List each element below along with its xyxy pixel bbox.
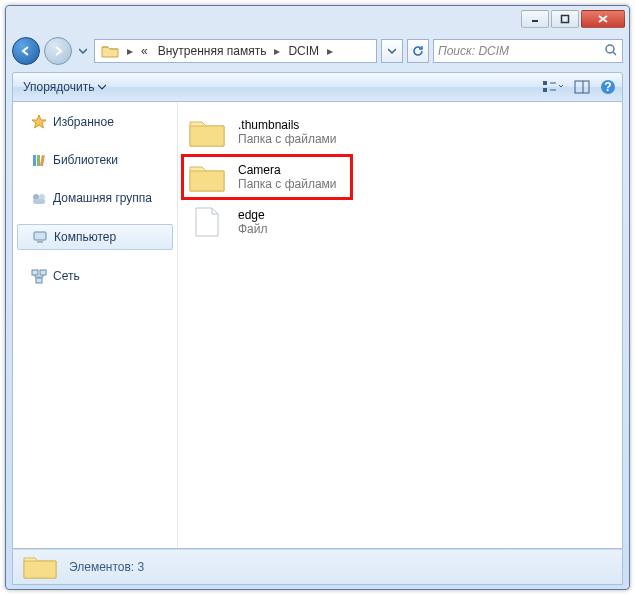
status-text: Элементов: 3 bbox=[69, 560, 144, 574]
sidebar-item-homegroup[interactable]: Домашняя группа bbox=[13, 186, 177, 210]
breadcrumb-seg-2[interactable]: DCIM bbox=[284, 40, 323, 62]
titlebar bbox=[6, 6, 629, 34]
item-name: .thumbnails bbox=[238, 118, 337, 132]
sidebar-item-computer[interactable]: Компьютер bbox=[17, 224, 173, 250]
minimize-button[interactable] bbox=[521, 10, 549, 28]
search-placeholder: Поиск: DCIM bbox=[438, 44, 509, 58]
breadcrumb-prefix: « bbox=[137, 40, 152, 62]
chevron-right-icon: ▸ bbox=[125, 44, 135, 58]
svg-rect-5 bbox=[543, 88, 547, 92]
organize-menu[interactable]: Упорядочить bbox=[19, 78, 110, 96]
details-pane: Элементов: 3 bbox=[12, 549, 623, 585]
libraries-icon bbox=[31, 152, 47, 168]
sidebar-item-label: Библиотеки bbox=[53, 153, 118, 167]
command-bar: Упорядочить ? bbox=[12, 72, 623, 102]
sidebar-item-favorites[interactable]: Избранное bbox=[13, 110, 177, 134]
svg-rect-14 bbox=[40, 155, 45, 166]
sidebar-item-network[interactable]: Сеть bbox=[13, 264, 177, 288]
svg-rect-4 bbox=[543, 81, 547, 85]
breadcrumb-seg-1[interactable]: Внутренняя память bbox=[154, 40, 271, 62]
star-icon bbox=[31, 114, 47, 130]
item-type: Папка с файлами bbox=[238, 132, 337, 146]
sidebar-item-label: Избранное bbox=[53, 115, 114, 129]
list-item[interactable]: edge Файл bbox=[184, 200, 354, 244]
nav-bar: ▸ « Внутренняя память ▸ DCIM ▸ Поиск: DC… bbox=[12, 34, 623, 68]
address-dropdown[interactable] bbox=[381, 39, 403, 63]
chevron-right-icon[interactable]: ▸ bbox=[325, 44, 335, 58]
explorer-window: ▸ « Внутренняя память ▸ DCIM ▸ Поиск: DC… bbox=[5, 5, 630, 590]
svg-point-2 bbox=[606, 45, 614, 53]
sidebar-item-libraries[interactable]: Библиотеки bbox=[13, 148, 177, 172]
body: Избранное Библиотеки Домашняя группа Ком… bbox=[12, 102, 623, 549]
svg-rect-8 bbox=[575, 81, 589, 93]
svg-rect-18 bbox=[34, 232, 46, 240]
svg-rect-19 bbox=[37, 241, 43, 243]
svg-rect-21 bbox=[40, 270, 46, 275]
close-button[interactable] bbox=[581, 10, 625, 28]
help-button[interactable]: ? bbox=[600, 79, 616, 95]
search-box[interactable]: Поиск: DCIM bbox=[433, 39, 623, 63]
svg-rect-20 bbox=[32, 270, 38, 275]
list-item[interactable]: .thumbnails Папка с файлами bbox=[184, 110, 354, 154]
folder-icon bbox=[186, 159, 228, 195]
svg-rect-17 bbox=[33, 199, 45, 204]
search-icon bbox=[604, 43, 618, 60]
preview-pane-button[interactable] bbox=[574, 80, 590, 94]
item-texts: Camera Папка с файлами bbox=[238, 163, 337, 191]
item-name: Camera bbox=[238, 163, 337, 177]
item-texts: .thumbnails Папка с файлами bbox=[238, 118, 337, 146]
folder-icon bbox=[97, 40, 123, 62]
nav-history-dropdown[interactable] bbox=[76, 41, 90, 61]
view-options-button[interactable] bbox=[542, 79, 564, 95]
nav-pane: Избранное Библиотеки Домашняя группа Ком… bbox=[13, 102, 178, 548]
chevron-right-icon[interactable]: ▸ bbox=[272, 44, 282, 58]
homegroup-icon bbox=[31, 190, 47, 206]
forward-button[interactable] bbox=[44, 37, 72, 65]
svg-rect-1 bbox=[562, 16, 569, 23]
computer-icon bbox=[32, 229, 48, 245]
svg-rect-12 bbox=[33, 155, 36, 166]
svg-rect-22 bbox=[36, 278, 42, 283]
refresh-button[interactable] bbox=[407, 39, 429, 63]
address-bar[interactable]: ▸ « Внутренняя память ▸ DCIM ▸ bbox=[94, 39, 377, 63]
svg-line-3 bbox=[613, 52, 616, 55]
organize-label: Упорядочить bbox=[23, 80, 94, 94]
item-type: Файл bbox=[238, 222, 268, 236]
chevron-down-icon bbox=[98, 83, 106, 91]
sidebar-item-label: Сеть bbox=[53, 269, 80, 283]
back-button[interactable] bbox=[12, 37, 40, 65]
sidebar-item-label: Домашняя группа bbox=[53, 191, 152, 205]
maximize-button[interactable] bbox=[551, 10, 579, 28]
item-texts: edge Файл bbox=[238, 208, 268, 236]
sidebar-item-label: Компьютер bbox=[54, 230, 116, 244]
svg-text:?: ? bbox=[604, 80, 611, 94]
item-name: edge bbox=[238, 208, 268, 222]
folder-icon bbox=[186, 114, 228, 150]
item-type: Папка с файлами bbox=[238, 177, 337, 191]
svg-rect-13 bbox=[37, 155, 40, 166]
network-icon bbox=[31, 268, 47, 284]
file-list[interactable]: .thumbnails Папка с файлами Camera Папка… bbox=[178, 102, 622, 548]
file-icon bbox=[186, 204, 228, 240]
folder-icon bbox=[21, 552, 59, 582]
list-item-highlighted[interactable]: Camera Папка с файлами bbox=[181, 154, 353, 200]
